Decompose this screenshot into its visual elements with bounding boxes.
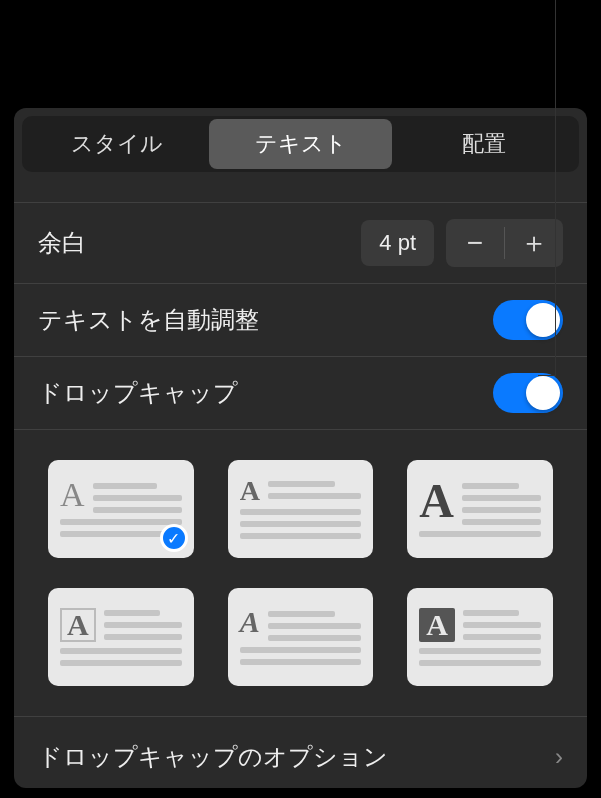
autofit-label: テキストを自動調整 xyxy=(38,304,493,336)
text-line-icon xyxy=(463,634,541,640)
text-line-icon xyxy=(268,481,335,487)
dropcap-letter-icon: A xyxy=(419,608,455,642)
text-line-icon xyxy=(419,660,541,666)
tab-style[interactable]: スタイル xyxy=(25,119,209,169)
text-line-icon xyxy=(240,509,362,515)
autofit-row: テキストを自動調整 xyxy=(14,284,587,357)
selected-check-icon: ✓ xyxy=(160,524,188,552)
text-line-icon xyxy=(93,483,157,489)
margin-label: 余白 xyxy=(38,227,361,259)
text-line-icon xyxy=(462,507,541,513)
dropcap-letter-icon: A xyxy=(240,479,260,503)
text-line-icon xyxy=(462,519,541,525)
text-line-icon xyxy=(463,610,519,616)
text-line-icon xyxy=(268,493,361,499)
text-line-icon xyxy=(240,533,362,539)
text-line-icon xyxy=(268,611,335,617)
text-line-icon xyxy=(268,635,362,641)
text-line-icon xyxy=(104,610,160,616)
dropcap-letter-icon: A xyxy=(419,481,454,522)
text-line-icon xyxy=(240,521,362,527)
text-line-icon xyxy=(93,507,182,513)
margin-stepper: − ＋ xyxy=(446,219,563,267)
text-line-icon xyxy=(240,659,362,665)
text-line-icon xyxy=(93,495,182,501)
dropcap-options-button[interactable]: ドロップキャップのオプション › xyxy=(14,716,587,788)
dropcap-letter-icon: A xyxy=(60,608,96,642)
text-line-icon xyxy=(60,519,182,525)
margin-row: 余白 4 pt − ＋ xyxy=(14,203,587,284)
tab-bar: スタイル テキスト 配置 xyxy=(22,116,579,172)
text-line-icon xyxy=(463,622,541,628)
text-line-icon xyxy=(268,623,362,629)
text-line-icon xyxy=(104,634,182,640)
dropcap-style-6[interactable]: A xyxy=(407,588,553,686)
dropcap-style-1[interactable]: A ✓ xyxy=(48,460,194,558)
text-line-icon xyxy=(60,660,182,666)
text-line-icon xyxy=(419,531,541,537)
text-line-icon xyxy=(60,648,182,654)
autofit-toggle[interactable] xyxy=(493,300,563,340)
dropcap-style-grid: A ✓ A xyxy=(14,430,587,706)
text-line-icon xyxy=(104,622,182,628)
dropcap-letter-icon: A xyxy=(60,481,85,510)
dropcap-letter-icon: A xyxy=(240,609,260,635)
dropcap-style-2[interactable]: A xyxy=(228,460,374,558)
margin-value[interactable]: 4 pt xyxy=(361,220,434,266)
tab-text[interactable]: テキスト xyxy=(209,119,393,169)
text-line-icon xyxy=(462,483,519,489)
dropcap-label: ドロップキャップ xyxy=(38,377,493,409)
margin-decrease-button[interactable]: − xyxy=(446,219,504,267)
chevron-right-icon: › xyxy=(555,743,563,771)
dropcap-style-4[interactable]: A xyxy=(48,588,194,686)
callout-line xyxy=(555,0,556,376)
text-line-icon xyxy=(240,647,362,653)
tab-layout[interactable]: 配置 xyxy=(392,119,576,169)
dropcap-options-label: ドロップキャップのオプション xyxy=(38,741,555,773)
dropcap-row: ドロップキャップ xyxy=(14,357,587,430)
dropcap-style-5[interactable]: A xyxy=(228,588,374,686)
dropcap-style-3[interactable]: A xyxy=(407,460,553,558)
text-format-panel: スタイル テキスト 配置 余白 4 pt − ＋ テキストを自動調整 ドロップキ… xyxy=(14,108,587,788)
dropcap-toggle[interactable] xyxy=(493,373,563,413)
text-line-icon xyxy=(419,648,541,654)
text-line-icon xyxy=(462,495,541,501)
